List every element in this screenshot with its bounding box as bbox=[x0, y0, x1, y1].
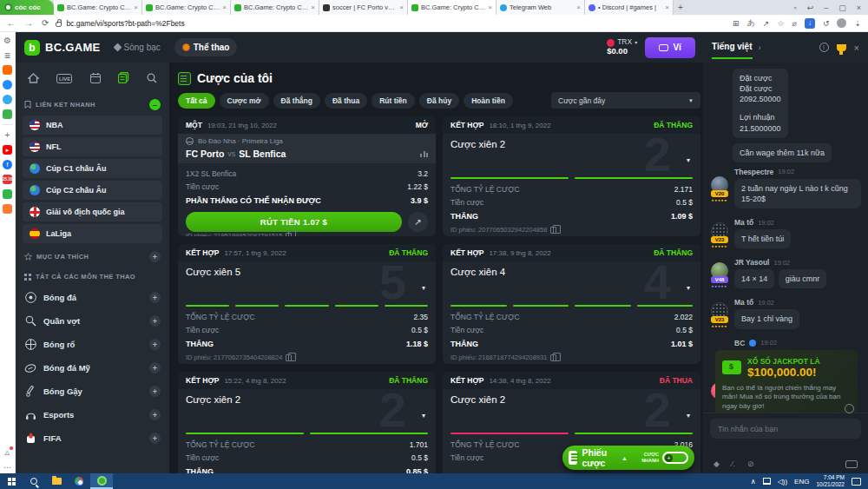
language-indicator[interactable]: ENG bbox=[794, 478, 809, 486]
expand-sport-button[interactable]: + bbox=[149, 315, 161, 327]
rules-icon[interactable]: ⊘ bbox=[747, 459, 754, 468]
tab-close-icon[interactable]: × bbox=[665, 3, 669, 11]
taskbar-clock[interactable]: 7:04 PM 10/21/2022 bbox=[816, 474, 845, 488]
facebook-icon[interactable]: f bbox=[3, 160, 12, 169]
newsfeed-icon[interactable]: ≣ bbox=[3, 50, 12, 60]
keyboard-icon[interactable] bbox=[845, 460, 858, 468]
browser-tab[interactable]: BC.Game: Crypto Casino× bbox=[142, 0, 231, 15]
boss-key-icon[interactable]: ↩ bbox=[807, 3, 814, 12]
filter-canceled[interactable]: Đã hủy bbox=[419, 93, 459, 109]
share-page-icon[interactable]: ↗ bbox=[763, 19, 770, 28]
emoji-icon[interactable] bbox=[845, 404, 854, 413]
sale-badge-icon[interactable]: 25.10 bbox=[3, 175, 12, 184]
back-button[interactable]: ← bbox=[7, 18, 16, 28]
expand-combo-icon[interactable]: ▾ bbox=[422, 284, 425, 292]
expand-combo-icon[interactable]: ▾ bbox=[687, 156, 690, 164]
sport-item-american-football[interactable]: Bóng đá Mỹ + bbox=[23, 356, 162, 380]
search-icon[interactable] bbox=[147, 71, 157, 87]
sport-item-tennis[interactable]: Quần vợt + bbox=[23, 309, 162, 333]
close-window-button[interactable]: × bbox=[857, 3, 861, 12]
expand-sport-button[interactable]: + bbox=[149, 292, 161, 303]
history-icon[interactable]: ↺ bbox=[823, 19, 830, 28]
filter-cashout[interactable]: Rút tiền bbox=[372, 93, 415, 109]
tray-expand-icon[interactable]: ∧ bbox=[751, 478, 756, 486]
coccoc-taskbar-icon[interactable] bbox=[90, 473, 113, 489]
adblock-icon[interactable]: ⌀ bbox=[792, 19, 796, 28]
new-tab-button[interactable]: + bbox=[674, 0, 687, 15]
sidebar-item-uel[interactable]: Cúp C2 châu Âu bbox=[23, 181, 162, 200]
sport-item-basketball[interactable]: Bóng rổ + bbox=[23, 333, 162, 356]
messenger-icon[interactable] bbox=[3, 80, 12, 89]
tab-close-icon[interactable]: × bbox=[134, 3, 138, 11]
sport-item-soccer[interactable]: Bóng đá + bbox=[23, 286, 162, 309]
zalo-icon[interactable] bbox=[3, 95, 12, 104]
browser-tab[interactable]: • Discord | #games |× bbox=[585, 0, 674, 15]
chat-username[interactable]: Ma tố bbox=[734, 218, 753, 227]
expand-combo-icon[interactable]: ▾ bbox=[422, 412, 425, 420]
jackpot-promo-card[interactable]: XỔ SỐ JACKPOT LÀ $100,000.00! Bạn có thể… bbox=[715, 350, 858, 413]
chat-language-selector[interactable]: Tiếng việt bbox=[712, 42, 753, 54]
pip-icon[interactable]: ▫ bbox=[793, 3, 796, 12]
sport-item-cricket[interactable]: Bóng Gậy + bbox=[23, 380, 162, 403]
bookmark-star-icon[interactable]: ☆ bbox=[777, 19, 784, 28]
coccoc-logo[interactable]: cốc cốc bbox=[0, 0, 54, 15]
chat-messages[interactable]: Đặt cược Đặt cược 2092.50000 Lợi nhuận 2… bbox=[703, 63, 868, 413]
tab-close-icon[interactable]: × bbox=[399, 3, 404, 11]
copy-icon[interactable] bbox=[550, 354, 556, 361]
chat-message-input[interactable] bbox=[710, 419, 861, 439]
match-stats-icon[interactable] bbox=[420, 151, 428, 157]
close-chat-icon[interactable]: × bbox=[854, 43, 859, 53]
sidebar-item-premier-league[interactable]: Giải vô địch quốc gia bbox=[23, 202, 162, 221]
sort-dropdown[interactable]: Cược gần đây ▼ bbox=[551, 92, 700, 109]
games-icon[interactable] bbox=[3, 109, 12, 119]
bcgame-logo-icon[interactable]: b bbox=[24, 40, 40, 56]
expand-sport-button[interactable]: + bbox=[149, 409, 161, 420]
trophy-icon[interactable] bbox=[837, 44, 846, 51]
shopping-cart-icon[interactable] bbox=[3, 204, 12, 214]
chat-username[interactable]: Ma tố bbox=[734, 298, 753, 307]
rain-icon[interactable]: ◆ bbox=[713, 459, 720, 468]
expand-combo-icon[interactable]: ▾ bbox=[687, 284, 690, 292]
hot-trends-icon[interactable] bbox=[3, 65, 12, 75]
copy-icon[interactable] bbox=[286, 354, 292, 361]
settings-gear-icon[interactable]: ⚙ bbox=[3, 36, 12, 45]
expand-sport-button[interactable]: + bbox=[149, 362, 161, 373]
url-field[interactable]: bc.game/vi/sports?bt-path=%2Fbets bbox=[56, 19, 726, 28]
download-icon[interactable]: ↓ bbox=[805, 18, 815, 29]
match-teams[interactable]: FC Porto vs SL Benfica bbox=[186, 149, 428, 159]
browser-tab[interactable]: soccer | FC Porto vs SL B× bbox=[319, 0, 408, 15]
taskbar-search-icon[interactable] bbox=[23, 473, 45, 489]
browser-tab[interactable]: BC.Game: Crypto Casino× bbox=[54, 0, 142, 15]
collapse-quick-links-button[interactable]: – bbox=[149, 99, 161, 110]
share-bet-button[interactable]: ↗ bbox=[408, 212, 428, 232]
profile-avatar-icon[interactable] bbox=[837, 18, 846, 28]
commands-icon[interactable]: ⁄. bbox=[732, 459, 735, 468]
browser-tab-active[interactable]: BC.Game: Crypto Casino× bbox=[408, 0, 496, 15]
expand-sport-button[interactable]: + bbox=[149, 339, 161, 350]
volume-icon[interactable]: ◁)) bbox=[778, 478, 787, 486]
display-icon[interactable] bbox=[763, 478, 771, 485]
live-icon[interactable]: LIVE bbox=[56, 71, 72, 87]
youtube-icon[interactable]: ▸ bbox=[3, 145, 12, 155]
expand-sport-button[interactable]: + bbox=[149, 386, 161, 397]
notification-bell-icon[interactable]: 🜂 bbox=[3, 447, 12, 457]
chat-username[interactable]: Thespectre bbox=[734, 168, 773, 176]
add-shortcut-icon[interactable]: + bbox=[3, 130, 12, 140]
forward-button[interactable]: → bbox=[24, 18, 33, 28]
bcgame-logo-text[interactable]: BC.GAME bbox=[45, 41, 101, 54]
betslip-fab-button[interactable]: Phiếu cược ▲ CƯỢCNHANH + bbox=[562, 446, 694, 470]
tab-close-icon[interactable]: × bbox=[576, 3, 581, 11]
sport-item-esports[interactable]: Esports + bbox=[23, 403, 162, 426]
copy-icon[interactable] bbox=[550, 227, 556, 234]
home-icon[interactable] bbox=[28, 71, 39, 87]
sidebar-item-ucl[interactable]: Cúp C1 châu Âu bbox=[23, 159, 162, 178]
tab-close-icon[interactable]: × bbox=[222, 3, 227, 11]
copy-icon[interactable] bbox=[286, 233, 292, 237]
action-center-icon[interactable] bbox=[852, 478, 861, 486]
filter-open[interactable]: Cược mở bbox=[220, 93, 269, 109]
calendar-icon[interactable] bbox=[90, 71, 101, 87]
start-button[interactable] bbox=[0, 473, 23, 489]
browser-tab[interactable]: BC.Game: Crypto Casino× bbox=[231, 0, 319, 15]
sidebar-item-nba[interactable]: NBA bbox=[23, 116, 162, 135]
translate-icon[interactable]: あ bbox=[747, 17, 755, 29]
